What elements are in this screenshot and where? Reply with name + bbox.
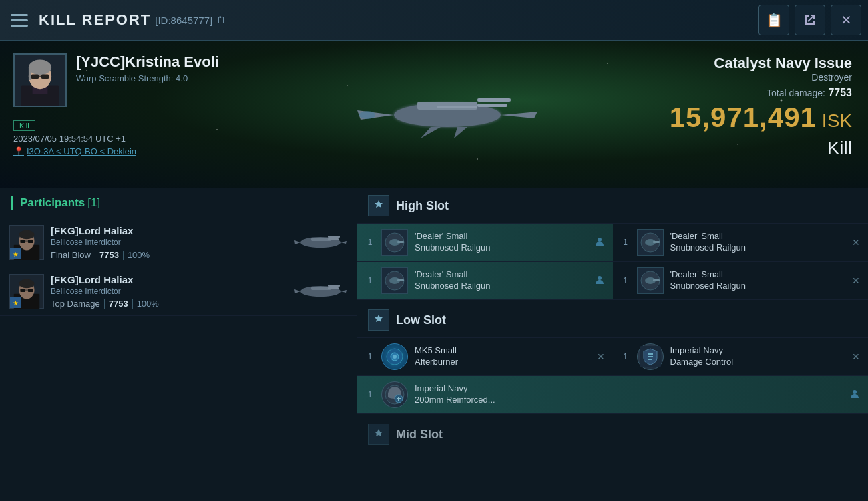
player-name: [YJCC]Kristina Evoli [76,53,219,71]
report-button[interactable]: 📋 [758,5,789,35]
report-id: [ID:8645777] [155,15,212,26]
slot-item[interactable]: 1 Imperial NavyDamage Control ✕ [613,338,869,376]
kill-location[interactable]: 📍 I3O-3A < UTQ-BO < Deklein [13,146,254,156]
page-title: KILL REPORT [39,11,151,29]
stat-pct: 100% [137,299,159,309]
header-accent-bar [11,196,13,210]
high-slot-grid: 1 'Dealer' SmallSnubnosed Railgun 1 [357,223,868,300]
participants-header: Participants [1] [0,188,357,218]
total-damage-label: Total damage: [767,88,825,98]
item-qty: 1 [365,352,375,361]
participant-ship: Bellicose Interdictor [51,238,287,247]
isk-label: ISK [822,110,852,132]
slot-item[interactable]: 1 'Dealer' SmallSnubnosed Railgun ✕ [613,262,869,300]
isk-value: 15,971,491 [670,102,817,134]
item-icon [381,267,408,294]
fitted-icon [594,236,605,249]
participant-name: [FKG]Lord Haliax [51,225,287,236]
fitted-icon [849,389,860,401]
location-pin-icon: 📍 [13,146,24,156]
participant-avatar: ★ [9,225,44,260]
participant-stats: Final Blow 7753 100% [51,250,287,260]
low-slot-header: Low Slot [357,303,868,337]
copy-id-icon[interactable]: 🗒 [216,15,226,25]
participant-row: ★ [FKG]Lord Haliax Bellicose Interdictor… [0,218,357,267]
svg-rect-51 [653,241,660,243]
item-icon [381,229,408,256]
stat-label: Top Damage [51,299,100,309]
mid-slot-title: Mid Slot [396,428,443,442]
item-name: 'Dealer' SmallSnubnosed Railgun [415,231,588,254]
svg-rect-58 [653,279,660,281]
star-icon: ★ [10,248,21,259]
participant-name: [FKG]Lord Haliax [51,274,287,285]
svg-rect-65 [648,359,652,360]
ship-type: Destroyer [644,72,852,83]
player-avatar [13,53,67,107]
remove-icon[interactable]: ✕ [597,351,605,362]
participant-info: [FKG]Lord Haliax Bellicose Interdictor F… [51,225,287,260]
high-slot-header: High Slot [357,188,868,223]
slot-item[interactable]: 1 Imperial Navy200mm Reinforced... [357,376,868,414]
svg-rect-63 [648,353,653,355]
stat-damage: 7753 [109,299,128,309]
participants-panel: Participants [1] ★ [FKG]Lord Haliax [0,188,357,501]
slot-item[interactable]: 1 MK5 SmallAfterburner ✕ [357,338,613,376]
ship-display [267,41,628,188]
svg-marker-28 [294,240,300,244]
svg-rect-23 [20,240,25,243]
slots-panel: High Slot 1 'Dealer' SmallSnubnosed Rail… [357,188,868,501]
star-icon: ★ [10,297,21,308]
svg-point-22 [19,230,34,239]
svg-rect-47 [397,241,404,243]
svg-rect-7 [41,74,49,79]
high-slot-icon [368,195,389,216]
low-slot-grid: 1 MK5 SmallAfterburner ✕ 1 [357,337,868,414]
stat-damage: 7753 [99,250,119,260]
participant-avatar: ★ [9,274,44,309]
export-button[interactable] [795,5,825,35]
item-icon [381,343,408,370]
menu-button[interactable] [7,7,32,33]
item-name: Imperial Navy200mm Reinforced... [415,383,843,406]
slot-item[interactable]: 1 'Dealer' SmallSnubnosed Railgun ✕ [613,224,869,262]
location-text[interactable]: I3O-3A < UTQ-BO < Deklein [27,146,136,156]
close-button[interactable]: ✕ [831,5,861,35]
remove-icon[interactable]: ✕ [852,351,860,362]
item-name: MK5 SmallAfterburner [415,345,590,368]
svg-marker-16 [454,127,467,138]
svg-point-61 [393,355,397,359]
svg-marker-10 [501,112,537,118]
remove-icon[interactable]: ✕ [852,275,860,286]
svg-rect-69 [398,397,399,401]
high-slot-title: High Slot [396,199,449,213]
participant-info: [FKG]Lord Haliax Bellicose Interdictor T… [51,274,287,309]
item-name: 'Dealer' SmallSnubnosed Railgun [670,269,846,292]
item-qty: 1 [621,276,630,285]
participant-ship-image [294,277,347,307]
slot-item[interactable]: 1 'Dealer' SmallSnubnosed Railgun [357,224,613,262]
svg-rect-64 [648,356,653,357]
svg-rect-14 [477,104,507,107]
svg-rect-44 [328,287,339,289]
svg-marker-40 [341,290,347,293]
mid-slot-icon [368,424,389,445]
result-label: Kill [644,138,852,159]
item-qty: 1 [365,276,375,285]
hero-right-panel: Catalyst Navy Issue Destroyer Total dama… [628,41,868,188]
svg-point-35 [19,279,34,288]
remove-icon[interactable]: ✕ [852,237,860,248]
slot-item[interactable]: 1 'Dealer' SmallSnubnosed Railgun [357,262,613,300]
svg-rect-5 [29,67,31,80]
svg-rect-13 [477,98,511,102]
svg-rect-54 [397,279,404,281]
svg-point-4 [29,60,51,75]
hero-section: [YJCC]Kristina Evoli Warp Scramble Stren… [0,41,868,188]
participant-stats: Top Damage 7753 100% [51,299,287,309]
kill-date: 2023/07/05 19:54:54 UTC +1 [13,134,254,144]
svg-rect-30 [328,236,340,238]
participants-title: Participants [20,196,85,210]
svg-point-70 [853,390,857,394]
header: KILL REPORT [ID:8645777] 🗒 📋 ✕ [0,0,868,41]
svg-rect-37 [28,289,33,292]
